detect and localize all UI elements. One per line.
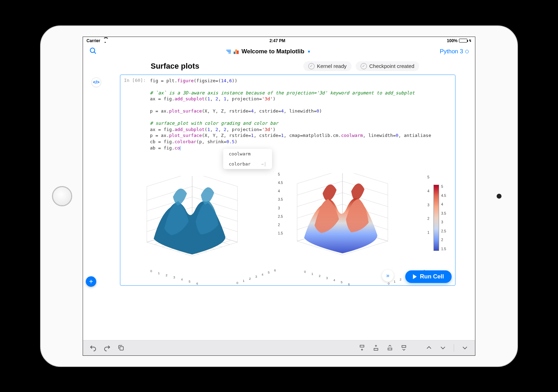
colorbar: 1.522.533.544.55 xyxy=(433,179,446,256)
collapse-keyboard-button[interactable] xyxy=(461,344,469,352)
bottom-toolbar xyxy=(83,340,475,355)
add-cell-button[interactable]: + xyxy=(86,276,96,287)
copy-button[interactable] xyxy=(117,344,125,352)
kernel-status-pill: ✓ Kernel ready xyxy=(303,61,352,71)
code-editor[interactable]: fig = plt.figure(figsize=(14,6)) # `ax` … xyxy=(150,78,452,151)
svg-line-22 xyxy=(192,186,237,200)
checkpoint-status-pill: ✓ Checkpoint created xyxy=(356,61,419,71)
move-cell-up-button[interactable] xyxy=(386,344,394,352)
ios-status-bar: Carrier 2:47 PM 100% ↯ xyxy=(83,37,475,45)
svg-rect-34 xyxy=(120,347,123,350)
cell-output: 1.522.533.544.55 0 1 2 3 4 5 6 0 1 2 3 xyxy=(120,154,455,285)
colorbar-ticks: 1.522.533.544.55 xyxy=(441,185,446,251)
svg-line-30 xyxy=(297,193,342,207)
z-axis-ticks: 12345 xyxy=(427,175,429,235)
wifi-icon xyxy=(103,39,108,43)
kernel-name: Python 3 xyxy=(440,48,463,55)
autocomplete-item[interactable]: colorbar xyxy=(223,159,272,169)
insert-above-button[interactable] xyxy=(358,344,366,352)
surface-plot-left: 1.522.533.544.55 0 1 2 3 4 5 6 0 1 2 3 xyxy=(129,169,272,280)
kernel-status-text: Kernel ready xyxy=(317,63,347,69)
undo-button[interactable] xyxy=(89,344,97,352)
check-icon: ✓ xyxy=(361,63,367,69)
insert-below-button[interactable] xyxy=(372,344,380,352)
charging-icon: ↯ xyxy=(469,39,472,43)
status-pills: ✓ Kernel ready ✓ Checkpoint created xyxy=(303,61,419,71)
kernel-status-icon xyxy=(465,50,469,53)
colorbar-gradient xyxy=(433,185,439,251)
clock: 2:47 PM xyxy=(108,38,447,43)
redo-button[interactable] xyxy=(103,344,111,352)
front-camera xyxy=(497,194,502,199)
title-dropdown-icon[interactable]: ▼ xyxy=(307,49,311,54)
svg-line-33 xyxy=(342,181,388,195)
notebook-content: </> In [60]: fig = plt.figure(figsize=(1… xyxy=(83,72,475,286)
cell-prompt: In [60]: xyxy=(124,78,150,151)
next-cell-button[interactable] xyxy=(439,344,447,352)
svg-rect-41 xyxy=(388,348,392,350)
play-icon xyxy=(413,274,417,279)
cell-type-badge[interactable]: </> xyxy=(91,77,101,87)
notebook-icon xyxy=(234,49,239,54)
autocomplete-item[interactable]: coolwarm xyxy=(223,149,272,159)
svg-line-1 xyxy=(94,52,96,53)
notebook-title[interactable]: Welcome to Matplotlib xyxy=(241,48,304,55)
section-heading: Surface plots xyxy=(151,62,199,71)
prev-cell-button[interactable] xyxy=(425,344,433,352)
run-cell-button[interactable]: Run Cell xyxy=(405,270,452,283)
toolbar-separator xyxy=(454,344,454,352)
move-cell-down-button[interactable] xyxy=(400,344,408,352)
home-button[interactable] xyxy=(52,186,72,206)
toc-icon[interactable] xyxy=(226,50,231,53)
battery-icon xyxy=(459,39,467,43)
svg-rect-38 xyxy=(374,348,378,351)
checkpoint-status-text: Checkpoint created xyxy=(369,63,414,69)
code-cell[interactable]: In [60]: fig = plt.figure(figsize=(14,6)… xyxy=(120,75,455,286)
carrier-label: Carrier xyxy=(86,38,100,43)
search-button[interactable] xyxy=(89,47,97,56)
screen: Carrier 2:47 PM 100% ↯ Welcome to Matplo… xyxy=(83,37,475,356)
surface-plot-right: 12345 0 1 2 3 4 5 6 0 1 2 3 4 5 xyxy=(285,169,421,280)
kernel-selector[interactable]: Python 3 xyxy=(440,48,469,55)
check-icon: ✓ xyxy=(308,63,315,69)
run-all-button[interactable]: » xyxy=(382,270,394,282)
svg-rect-35 xyxy=(360,345,364,347)
run-label: Run Cell xyxy=(420,273,444,280)
battery-pct: 100% xyxy=(447,38,458,43)
autocomplete-popup[interactable]: coolwarm colorbar xyxy=(223,149,272,169)
app-topbar: Welcome to Matplotlib ▼ Python 3 xyxy=(83,45,475,59)
svg-rect-42 xyxy=(402,346,406,348)
svg-line-32 xyxy=(297,181,342,195)
z-axis-ticks: 1.522.533.544.55 xyxy=(278,172,283,235)
ipad-frame: Carrier 2:47 PM 100% ↯ Welcome to Matplo… xyxy=(40,25,518,367)
cell-header-row: Surface plots ✓ Kernel ready ✓ Checkpoin… xyxy=(83,59,475,72)
